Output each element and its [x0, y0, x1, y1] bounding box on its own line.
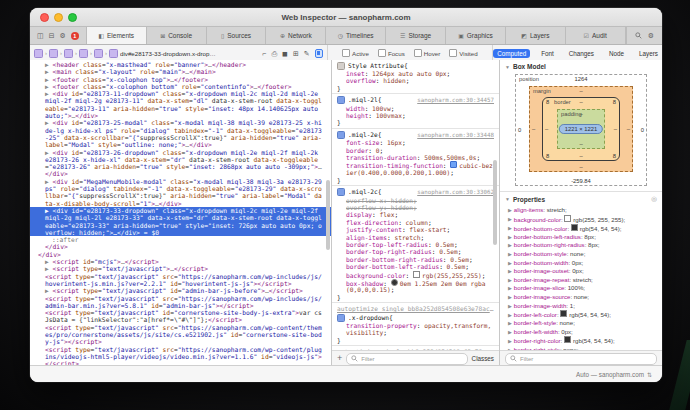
subtab-font[interactable]: Font	[537, 49, 558, 58]
breadcrumb-node-icon[interactable]	[94, 49, 103, 58]
tab-graphics[interactable]: ▣Graphics	[446, 27, 506, 44]
tab-console[interactable]: ⊠Console	[147, 27, 207, 44]
rule-source-link[interactable]: sanopharm.com:30:34457	[417, 97, 494, 104]
edit-icon[interactable]: ✎	[304, 50, 310, 57]
add-rule-button[interactable]: +	[337, 354, 342, 363]
styles-filter-input[interactable]: Filter	[346, 353, 467, 365]
position-left-value[interactable]: 0	[518, 127, 521, 133]
color-swatch-icon[interactable]	[413, 271, 420, 278]
computed-property-row[interactable]: ▶border-image-source: none;	[500, 293, 662, 302]
position-right-value[interactable]: 0	[641, 127, 644, 133]
pseudo-checkbox-hover[interactable]: Hover	[414, 49, 441, 57]
computed-properties-list[interactable]: ▶align-items: stretch;▶background-color:…	[500, 205, 662, 350]
margin-bottom-value[interactable]: –	[530, 164, 632, 170]
tree-row[interactable]: </div>	[30, 243, 331, 250]
computed-property-row[interactable]: ▶border-image-width: 1;	[500, 302, 662, 311]
subtab-node[interactable]: Node	[605, 49, 628, 58]
color-swatch-icon[interactable]	[391, 279, 398, 286]
element-picker-icon[interactable]	[315, 49, 323, 58]
css-property[interactable]: border: 0;	[337, 147, 494, 154]
classes-button[interactable]: Classes	[472, 355, 494, 362]
breadcrumb-node-icon[interactable]	[64, 49, 73, 58]
rule-source-file-link[interactable]: autoptimize_single_bb8a252d854508e63e78a…	[337, 305, 494, 312]
grid-overlay-icon[interactable]: ⊞	[293, 50, 299, 57]
rule-selector[interactable]: .miql-2e	[348, 131, 378, 138]
breadcrumb-node-icon[interactable]	[49, 49, 58, 58]
computed-property-row[interactable]: ▶border-bottom-style: none;	[500, 250, 662, 259]
subtab-computed[interactable]: Computed	[493, 49, 530, 58]
css-property[interactable]: overflow-y: hidden;	[337, 204, 494, 211]
pseudo-checkbox-visited[interactable]: Visited	[449, 49, 477, 57]
dock-side-icon[interactable]: ◫	[37, 32, 44, 39]
settings-gear-icon[interactable]: ⚙	[648, 32, 654, 39]
css-property[interactable]: inset: 1264px auto auto 0px;	[337, 70, 494, 77]
tab-audit[interactable]: ☑Audit	[566, 27, 626, 44]
settings-gear-icon[interactable]: ⚙	[60, 32, 66, 39]
box-model-diagram[interactable]: position 1264 -259.84 0 0 margin – – – –…	[515, 74, 647, 186]
bezier-swatch-icon[interactable]	[450, 161, 457, 168]
properties-filter-input[interactable]: Filter	[505, 353, 657, 365]
computed-property-row[interactable]: ▶border-right-color: rgb(54, 54, 54);	[500, 336, 662, 345]
close-window-icon[interactable]	[40, 13, 49, 22]
pseudo-checkbox-active[interactable]: Active	[342, 49, 369, 57]
tree-row[interactable]: ▶ <header class="x-masthead" role="banne…	[30, 61, 331, 68]
computed-property-row[interactable]: ▶border-bottom-right-radius: 8px;	[500, 241, 662, 250]
rulers-icon[interactable]: ⌐	[262, 50, 266, 57]
css-property[interactable]: font-size: 16px;	[337, 139, 494, 146]
dock-bottom-icon[interactable]: ⊟	[49, 32, 55, 39]
computed-property-row[interactable]: ▶border-image-slice: 100%;	[500, 284, 662, 293]
tree-row[interactable]: <script type="text/javascript" src="http…	[30, 295, 331, 310]
border-top-value[interactable]: –	[543, 99, 619, 105]
properties-header[interactable]: ▼ Properties ◎	[500, 192, 662, 205]
print-icon[interactable]: ⎙	[271, 50, 277, 57]
computed-property-row[interactable]: ▶border-image-repeat: stretch;	[500, 276, 662, 285]
computed-property-row[interactable]: ▶border-left-width: 0px;	[500, 328, 662, 337]
computed-property-row[interactable]: ▶align-items: stretch;	[500, 206, 662, 215]
css-property[interactable]: background-color: rgb(255,255,255);	[337, 271, 494, 279]
tree-row[interactable]: <script type="text/javascript" src="http…	[30, 346, 331, 366]
tree-row[interactable]: ▶ <main class="x-layout" role="main">…</…	[30, 68, 331, 75]
css-property[interactable]: border-top-right-radius: 0.5em;	[337, 248, 494, 255]
css-property[interactable]: transition-duration: 500ms,500ms,0s;	[337, 154, 494, 161]
minimize-window-icon[interactable]	[54, 13, 63, 22]
tree-row[interactable]: ::after	[30, 236, 331, 243]
tree-row[interactable]: ▶ <div id="e28173-26-dropdown" class="x-…	[30, 149, 331, 178]
box-model-header[interactable]: ▼ Box Model	[500, 60, 662, 72]
subtab-changes[interactable]: Changes	[565, 49, 598, 58]
pseudo-checkbox-focus[interactable]: Focus	[378, 49, 405, 57]
css-property[interactable]: height: 100vmax;	[337, 112, 494, 119]
margin-left-value[interactable]: –	[532, 126, 535, 132]
title-bar[interactable]: Web Inspector — sanopharm.com	[30, 8, 662, 27]
tree-row[interactable]: ▶ <footer class="x-colophon bottom" role…	[30, 83, 331, 90]
css-property[interactable]: overflow: hidden;	[337, 77, 494, 84]
css-property[interactable]: flex-direction: column;	[337, 219, 494, 226]
zoom-window-icon[interactable]	[68, 13, 77, 22]
padding-top-value[interactable]: –	[558, 111, 604, 117]
breadcrumb-node-icon[interactable]	[109, 49, 118, 58]
breadcrumb-node-icon[interactable]	[34, 49, 43, 58]
tab-sources[interactable]: ▯Sources	[207, 27, 267, 44]
computed-property-row[interactable]: ▶background-color: rgb(255, 255, 255);	[500, 215, 662, 224]
dom-tree-panel[interactable]: ▶ <header class="x-masthead" role="banne…	[30, 60, 332, 366]
css-property[interactable]: transition-timing-function: cubic-bezier…	[337, 161, 494, 176]
error-badge[interactable]: 1	[71, 32, 79, 40]
dom-scrollbar-thumb[interactable]	[326, 180, 330, 250]
computed-property-row[interactable]: ▶border-bottom-width: 0px;	[500, 259, 662, 268]
rule-selector[interactable]: .x-dropdown	[348, 314, 389, 321]
computed-property-row[interactable]: ▶border-image-outset: 0px;	[500, 267, 662, 276]
tree-row[interactable]: <script type="text/javascript" src="http…	[30, 324, 331, 346]
computed-property-row[interactable]: ▶border-bottom-color: rgb(54, 54, 54);	[500, 224, 662, 233]
tree-row[interactable]: ▶ <div id="e28173-25-modal" class="x-mod…	[30, 119, 331, 148]
css-property[interactable]: overflow-x: hidden;	[337, 197, 494, 204]
computed-property-row[interactable]: ▶border-bottom-left-radius: 8px;	[500, 233, 662, 242]
computed-property-row[interactable]: ▶border-left-color: rgb(54, 54, 54);	[500, 310, 662, 319]
css-property[interactable]: box-shadow: 0em 1.25em 2em 0em rgba(0,0,…	[337, 279, 494, 294]
tab-storage[interactable]: ☰Storage	[386, 27, 446, 44]
properties-options-icon[interactable]: ◎	[651, 195, 657, 203]
breadcrumb[interactable]: ›››››div#e28173-33-dropdown.x-dropdown.m…	[34, 49, 258, 58]
tree-row[interactable]: ▶ <div id="MegaMenuMobile-modal" class="…	[30, 178, 331, 207]
border-right-value[interactable]: –	[614, 126, 617, 132]
rule-selector[interactable]: Style Attribute	[348, 62, 404, 69]
tab-timelines[interactable]: ◷Timelines	[326, 27, 386, 44]
css-property[interactable]: border-bottom-right-radius: 0.5em;	[337, 256, 494, 263]
